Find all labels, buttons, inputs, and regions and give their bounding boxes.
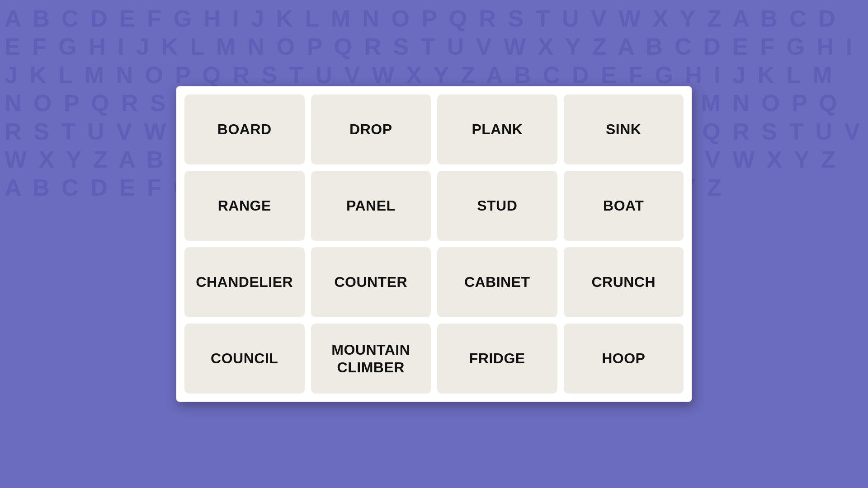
cell-counter[interactable]: COUNTER — [311, 247, 431, 317]
cell-crunch[interactable]: CRUNCH — [564, 247, 684, 317]
cell-label-boat: BOAT — [603, 197, 644, 214]
cell-label-drop: DROP — [349, 121, 392, 138]
cell-label-board: BOARD — [217, 121, 272, 138]
cell-drop[interactable]: DROP — [311, 94, 431, 164]
cell-board[interactable]: BOARD — [184, 94, 305, 164]
word-grid-container: BOARDDROPPLANKSINKRANGEPANELSTUDBOATCHAN… — [176, 86, 692, 402]
cell-fridge[interactable]: FRIDGE — [437, 324, 557, 394]
word-grid: BOARDDROPPLANKSINKRANGEPANELSTUDBOATCHAN… — [184, 94, 684, 394]
cell-hoop[interactable]: HOOP — [564, 324, 684, 394]
cell-label-sink: SINK — [606, 121, 641, 138]
cell-mountain-climber[interactable]: MOUNTAIN CLIMBER — [311, 324, 431, 394]
cell-cabinet[interactable]: CABINET — [437, 247, 557, 317]
cell-plank[interactable]: PLANK — [437, 94, 557, 164]
cell-label-council: COUNCIL — [211, 350, 278, 367]
cell-stud[interactable]: STUD — [437, 171, 557, 241]
cell-label-mountain-climber: MOUNTAIN CLIMBER — [317, 341, 425, 376]
cell-label-fridge: FRIDGE — [469, 350, 525, 367]
cell-label-crunch: CRUNCH — [591, 273, 656, 291]
cell-label-panel: PANEL — [346, 197, 396, 214]
cell-label-chandelier: CHANDELIER — [196, 273, 293, 291]
cell-chandelier[interactable]: CHANDELIER — [184, 247, 305, 317]
cell-label-counter: COUNTER — [334, 273, 407, 291]
cell-label-range: RANGE — [218, 197, 271, 214]
cell-label-cabinet: CABINET — [464, 273, 530, 291]
cell-label-hoop: HOOP — [602, 350, 645, 367]
cell-range[interactable]: RANGE — [184, 171, 305, 241]
cell-council[interactable]: COUNCIL — [184, 324, 305, 394]
cell-sink[interactable]: SINK — [564, 94, 684, 164]
cell-boat[interactable]: BOAT — [564, 171, 684, 241]
cell-label-plank: PLANK — [472, 121, 523, 138]
cell-label-stud: STUD — [477, 197, 517, 214]
cell-panel[interactable]: PANEL — [311, 171, 431, 241]
